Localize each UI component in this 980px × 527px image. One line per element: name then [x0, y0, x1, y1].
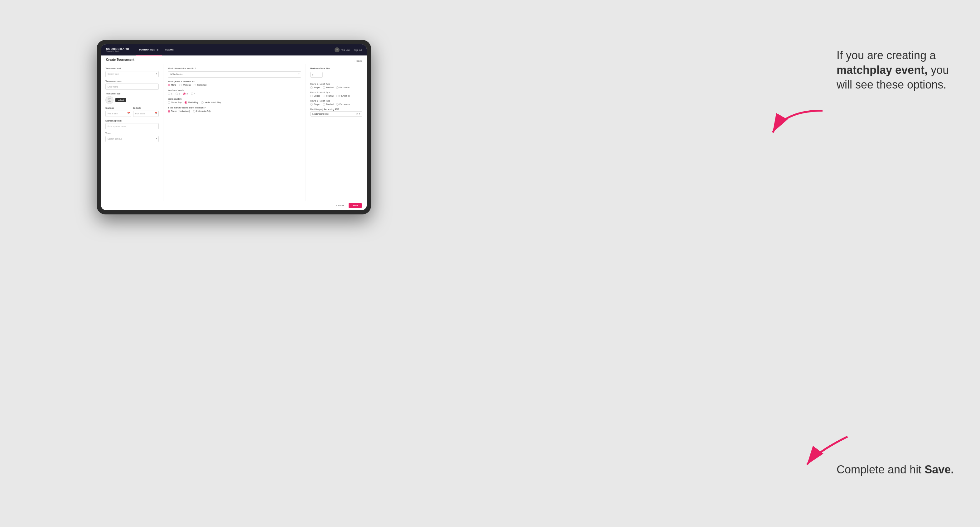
radio-r3fs-circle — [336, 103, 339, 106]
radio-r2f-label: Fourball — [326, 95, 333, 97]
back-button[interactable]: ← Back — [353, 60, 362, 62]
tournament-host-input[interactable] — [105, 71, 159, 77]
radio-individuals-circle — [193, 110, 196, 113]
api-label: Use third-party live scoring API? — [310, 108, 362, 110]
round1-foursomes[interactable]: Foursomes — [336, 86, 350, 89]
tournament-logo-label: Tournament logo — [105, 92, 159, 95]
form-right: Maximum Team Size Round 1 - Match Type S… — [306, 64, 367, 201]
scoring-medal[interactable]: Medal Match Play — [201, 101, 221, 104]
gender-womens[interactable]: Womens — [179, 84, 191, 86]
tournament-name-input[interactable] — [105, 84, 159, 90]
rounds-radio-group: 1 2 3 4 — [168, 92, 301, 95]
nav-bar: SCOREBOARD Powered by clippit TOURNAMENT… — [101, 44, 367, 56]
radio-mens-circle — [168, 84, 170, 86]
max-team-size-group: Maximum Team Size — [310, 67, 362, 80]
round2-foursomes[interactable]: Foursomes — [336, 95, 350, 97]
round3-foursomes[interactable]: Foursomes — [336, 103, 350, 106]
round-4[interactable]: 4 — [191, 92, 196, 95]
save-button[interactable]: Save — [348, 203, 362, 208]
round-2[interactable]: 2 — [175, 92, 180, 95]
radio-r3s-label: Singles — [314, 103, 320, 105]
round-1[interactable]: 1 — [168, 92, 172, 95]
start-date-label: Start date — [105, 107, 131, 109]
end-date-label: End date — [133, 107, 159, 109]
nav-right: T Test User | Sign out — [334, 48, 362, 52]
gender-radio-group: Mens Womens Combined — [168, 84, 301, 86]
api-close-icon[interactable]: ✕ ▾ — [356, 113, 360, 115]
radio-mens-label: Mens — [171, 84, 176, 86]
division-group: Which division is the event for? NCAA Di… — [168, 67, 301, 78]
radio-match-circle — [185, 101, 187, 104]
round1-fourball[interactable]: Fourball — [323, 86, 333, 89]
round3-fourball[interactable]: Fourball — [323, 103, 333, 106]
content-area: Create Tournament ← Back Tournament Host… — [101, 56, 367, 210]
round2-fourball[interactable]: Fourball — [323, 95, 333, 97]
round1-match-type: Round 1 - Match Type Singles Fourball — [310, 83, 362, 89]
radio-r2s-label: Singles — [314, 95, 320, 97]
radio-r3-circle — [183, 92, 186, 95]
radio-womens-label: Womens — [183, 84, 191, 86]
tournament-host-group: Tournament Host ▾ — [105, 67, 159, 77]
round1-label: Round 1 - Match Type — [310, 83, 362, 85]
division-select[interactable]: NCAA Division I — [168, 71, 301, 78]
radio-r3s-circle — [310, 103, 313, 106]
radio-teams-circle — [168, 110, 170, 113]
radio-r2fs-label: Foursomes — [340, 95, 350, 97]
teams-teams[interactable]: Teams (+Individuals) — [168, 110, 190, 113]
round-3[interactable]: 3 — [183, 92, 188, 95]
upload-button[interactable]: Upload — [115, 98, 126, 102]
arrow-save — [798, 433, 860, 471]
api-section: Use third-party live scoring API? Leader… — [310, 108, 362, 117]
radio-r3f-label: Fourball — [326, 103, 333, 105]
form-middle: Which division is the event for? NCAA Di… — [163, 64, 306, 201]
venue-group: Venue ▾ — [105, 132, 159, 142]
round2-match-type: Round 2 - Match Type Singles Fourball — [310, 91, 362, 97]
venue-input[interactable] — [105, 136, 159, 142]
date-group: Start date 📅 End date 📅 — [105, 107, 159, 117]
tab-teams[interactable]: TEAMS — [162, 44, 177, 56]
scoring-label: Scoring system — [168, 98, 301, 100]
radio-r2s-circle — [310, 95, 313, 97]
teams-individuals[interactable]: Individuals Only — [193, 110, 211, 113]
sponsor-input[interactable] — [105, 123, 159, 129]
round3-match-type: Round 3 - Match Type Singles Fourball — [310, 100, 362, 106]
tournament-name-group: Tournament name — [105, 80, 159, 90]
radio-r3-label: 3 — [186, 92, 188, 95]
tablet-device: SCOREBOARD Powered by clippit TOURNAMENT… — [97, 40, 371, 214]
gender-combined[interactable]: Combined — [194, 84, 207, 86]
radio-individuals-label: Individuals Only — [196, 110, 211, 112]
division-label: Which division is the event for? — [168, 67, 301, 70]
page-header: Create Tournament ← Back — [101, 56, 367, 64]
gender-mens[interactable]: Mens — [168, 84, 176, 86]
scoring-group: Scoring system Stroke Play Match Play — [168, 98, 301, 104]
max-team-size-input[interactable] — [310, 72, 323, 78]
radio-r1fs-label: Foursomes — [340, 86, 350, 89]
form-body: Tournament Host ▾ Tournament name Tourna… — [101, 64, 367, 201]
svg-point-1 — [109, 99, 110, 100]
radio-medal-label: Medal Match Play — [205, 101, 221, 103]
radio-combined-label: Combined — [197, 84, 207, 86]
cancel-button[interactable]: Cancel — [334, 203, 346, 208]
round2-singles[interactable]: Singles — [310, 95, 320, 97]
venue-label: Venue — [105, 132, 159, 134]
radio-r4-label: 4 — [194, 92, 196, 95]
radio-r1s-label: Singles — [314, 86, 320, 89]
radio-womens-circle — [179, 84, 182, 86]
signout-link[interactable]: Sign out — [354, 49, 362, 51]
tournament-host-label: Tournament Host — [105, 67, 159, 70]
round3-singles[interactable]: Singles — [310, 103, 320, 106]
scoring-radio-group: Stroke Play Match Play Medal Match Play — [168, 101, 301, 104]
radio-r1f-circle — [323, 86, 325, 89]
teams-radio-group: Teams (+Individuals) Individuals Only — [168, 110, 301, 113]
radio-r1s-circle — [310, 86, 313, 89]
round1-singles[interactable]: Singles — [310, 86, 320, 89]
radio-stroke-circle — [168, 101, 170, 104]
tab-tournaments[interactable]: TOURNAMENTS — [136, 44, 162, 56]
scoring-match[interactable]: Match Play — [185, 101, 198, 104]
tournament-name-label: Tournament name — [105, 80, 159, 82]
gender-label: Which gender is the event for? — [168, 80, 301, 83]
scoring-stroke[interactable]: Stroke Play — [168, 101, 181, 104]
tournament-logo-group: Tournament logo Upload — [105, 92, 159, 104]
radio-r1f-label: Fourball — [326, 86, 333, 89]
tablet-screen: SCOREBOARD Powered by clippit TOURNAMENT… — [101, 44, 367, 210]
